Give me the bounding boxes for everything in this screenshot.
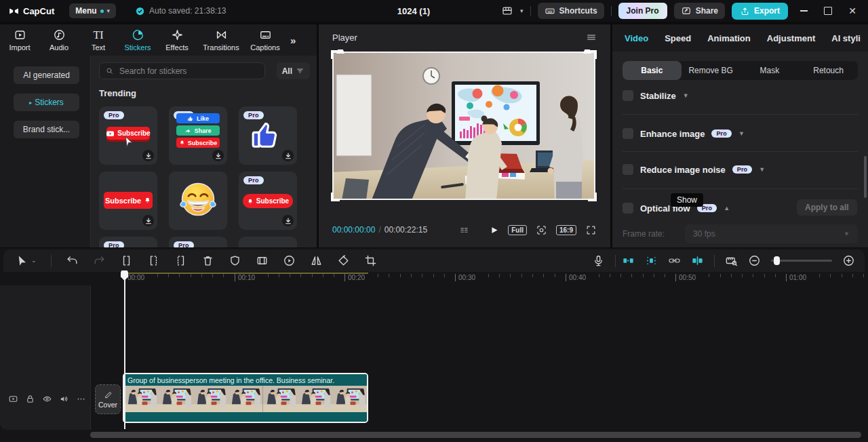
lock-icon[interactable]	[25, 394, 35, 404]
rotate-icon[interactable]	[337, 254, 350, 267]
timeline-ruler[interactable]: 00:00 00:10 00:20 00:30 00:40 00:50 01:0…	[0, 272, 868, 285]
corner-handle[interactable]	[331, 50, 340, 59]
auto-snap-icon[interactable]	[645, 254, 658, 267]
enhance-image-checkbox[interactable]	[623, 128, 633, 139]
tab-import[interactable]: Import	[0, 28, 39, 52]
tab-stickers[interactable]: Stickers	[118, 28, 157, 52]
zoom-in-icon[interactable]	[842, 254, 855, 267]
mute-speaker-icon[interactable]	[59, 394, 69, 404]
timeline-scrollbar[interactable]	[90, 432, 861, 438]
tab-transitions[interactable]: Transitions	[197, 28, 245, 52]
subtab-remove-bg[interactable]: Remove BG	[682, 61, 741, 80]
menu-button[interactable]: Menu ▾	[69, 3, 116, 18]
download-icon[interactable]	[282, 215, 294, 226]
chevron-down-icon[interactable]: ▼	[759, 166, 765, 173]
download-icon[interactable]	[142, 150, 154, 161]
timeline-preview-icon[interactable]	[725, 254, 738, 267]
download-icon[interactable]	[212, 150, 224, 161]
sidebar-item-ai-generated[interactable]: AI generated	[14, 66, 79, 84]
zoom-slider-handle[interactable]	[774, 256, 780, 265]
flip-mirror-icon[interactable]	[310, 254, 323, 267]
overlay-icon[interactable]	[256, 254, 269, 267]
tab-animation[interactable]: Animation	[707, 33, 751, 43]
sticker-card[interactable]	[239, 237, 297, 247]
download-icon[interactable]	[282, 150, 294, 161]
optical-flow-checkbox[interactable]	[623, 203, 633, 214]
window-minimize-button[interactable]	[795, 2, 812, 20]
sticker-card-thumbs-up[interactable]: Pro	[239, 106, 297, 165]
zoom-out-icon[interactable]	[748, 254, 761, 267]
delete-icon[interactable]	[201, 254, 214, 267]
video-preview[interactable]	[332, 52, 595, 200]
sticker-card[interactable]: Pro	[99, 237, 157, 247]
corner-handle[interactable]	[331, 193, 340, 201]
redo-icon[interactable]	[93, 254, 106, 267]
export-button[interactable]: Export	[732, 3, 788, 20]
subtab-basic[interactable]: Basic	[623, 61, 682, 80]
chevron-up-icon[interactable]: ▲	[724, 205, 730, 212]
download-icon[interactable]	[142, 215, 154, 226]
timeline-zoom-slider[interactable]	[771, 260, 832, 262]
sidebar-item-brand-stickers[interactable]: Brand stick...	[14, 121, 79, 138]
tab-text[interactable]: TI Text	[79, 28, 118, 52]
inspector-scrollbar[interactable]	[864, 156, 867, 198]
split-right-icon[interactable]	[174, 254, 187, 267]
full-preview-button[interactable]: Full	[508, 225, 527, 235]
cover-button[interactable]: Cover	[95, 384, 121, 414]
select-tool-icon[interactable]	[16, 254, 28, 267]
eye-icon[interactable]	[42, 394, 52, 404]
magnetic-snap-icon[interactable]	[622, 254, 635, 267]
mask-shield-icon[interactable]	[229, 254, 241, 267]
sticker-card-subscribe-bell[interactable]: Subscribe	[99, 172, 157, 230]
link-icon[interactable]	[668, 254, 681, 267]
split-preview-icon[interactable]	[691, 254, 704, 267]
speed-icon[interactable]	[283, 254, 296, 267]
sticker-card-subscribe-bell-pro[interactable]: Pro Subscribe	[239, 172, 297, 230]
sticker-card-laughing-emoji[interactable]	[169, 172, 227, 230]
split-icon[interactable]	[120, 254, 133, 267]
playhead-line[interactable]	[124, 272, 125, 429]
share-button[interactable]: Share	[674, 3, 725, 19]
subtab-mask[interactable]: Mask	[741, 61, 800, 80]
tab-captions[interactable]: Captions	[245, 28, 285, 52]
focus-zoom-icon[interactable]	[536, 224, 547, 236]
frame-rate-dropdown[interactable]: 30 fps ▼	[685, 224, 858, 243]
layout-icon[interactable]	[501, 5, 513, 17]
crop-icon[interactable]	[364, 254, 377, 267]
player-menu-icon[interactable]	[586, 32, 597, 43]
sticker-card-subscribe-youtube[interactable]: Pro Subscribe	[99, 106, 157, 165]
microphone-icon[interactable]	[592, 254, 605, 267]
window-close-button[interactable]: ✕	[844, 2, 861, 20]
frame-view-icon[interactable]	[458, 224, 470, 236]
more-tabs-chevron-icon[interactable]: »	[290, 35, 296, 46]
subtab-retouch[interactable]: Retouch	[799, 61, 858, 80]
join-pro-button[interactable]: Join Pro	[618, 3, 667, 19]
stabilize-checkbox[interactable]	[623, 90, 633, 101]
select-tool-chevron-icon[interactable]: ⌄	[31, 258, 37, 264]
corner-handle[interactable]	[588, 193, 597, 201]
tab-video[interactable]: Video	[625, 33, 648, 43]
window-maximize-button[interactable]	[819, 2, 837, 20]
corner-handle[interactable]	[588, 50, 597, 59]
reduce-noise-checkbox[interactable]	[623, 164, 633, 175]
shortcuts-button[interactable]: Shortcuts	[538, 3, 604, 19]
layout-chevron-icon[interactable]: ▾	[520, 8, 524, 14]
tab-adjustment[interactable]: Adjustment	[767, 33, 816, 43]
play-button[interactable]	[489, 225, 499, 235]
sticker-card-like-share-subscribe[interactable]: Pro Like Share Subscribe	[169, 106, 227, 165]
split-left-icon[interactable]	[147, 254, 160, 267]
tab-effects[interactable]: Effects	[157, 28, 197, 52]
tab-ai-styles[interactable]: AI styli	[831, 33, 861, 43]
fullscreen-icon[interactable]	[585, 224, 597, 236]
tab-speed[interactable]: Speed	[665, 33, 691, 43]
sidebar-item-stickers[interactable]: ▸ Stickers	[14, 94, 79, 111]
video-clip[interactable]: Group of businessperson meeting in the o…	[123, 373, 368, 423]
more-options-icon[interactable]	[76, 394, 86, 404]
aspect-ratio-button[interactable]: 16:9	[556, 225, 576, 235]
sticker-card[interactable]: Pro	[169, 237, 227, 247]
undo-icon[interactable]	[66, 254, 79, 267]
apply-to-all-button[interactable]: Apply to all	[797, 199, 857, 216]
tab-audio[interactable]: Audio	[39, 28, 79, 52]
chevron-down-icon[interactable]: ▼	[738, 130, 745, 137]
chevron-down-icon[interactable]: ▼	[683, 92, 689, 99]
